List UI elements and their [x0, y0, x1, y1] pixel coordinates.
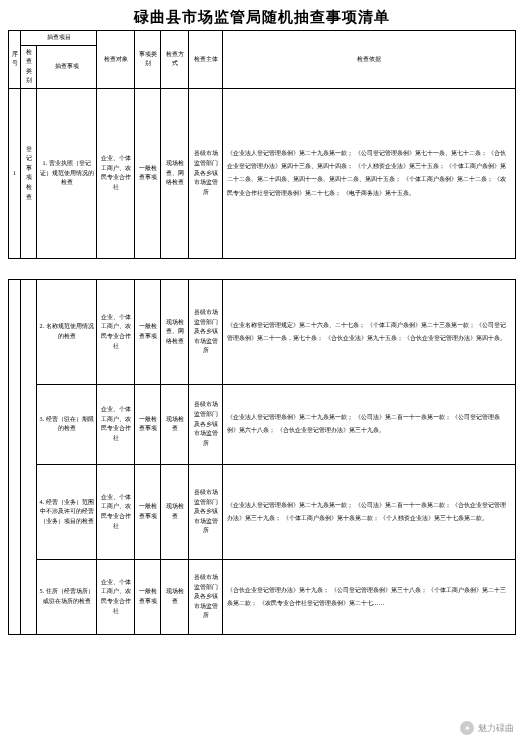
cell-method: 现场检查: [161, 464, 189, 559]
page-title: 碌曲县市场监管局随机抽查事项清单: [0, 0, 524, 30]
cell-item: 2. 名称规范使用情况的检查: [37, 279, 97, 384]
header-type: 事项类别: [135, 31, 161, 89]
cell-type: 一般检查事项: [135, 279, 161, 384]
cell-subject: 县级市场监管部门及各乡镇市场监管所: [189, 384, 223, 464]
cell-object: 企业、个体工商户、农民专业合作社: [97, 88, 135, 258]
cell-item: 5. 住所（经营场所）或驻在场所的检查: [37, 559, 97, 634]
cell-type: 一般检查事项: [135, 384, 161, 464]
cell-basis: 《企业法人登记管理条例》第二十九条第一款； 《公司法》第二百一十一条第一款； 《…: [223, 384, 516, 464]
cell-type: 一般检查事项: [135, 464, 161, 559]
table-row: 1 登记事项检查 1. 营业执照（登记证）规范使用情况的检查 企业、个体工商户、…: [9, 88, 516, 258]
cell-category: 登记事项检查: [21, 88, 37, 258]
cell-basis: 《企业名称登记管理规定》第二十六条、二十七条； 《个体工商户条例》第二十三条第一…: [223, 279, 516, 384]
cell-subject: 县级市场监管部门及各乡镇市场监管所: [189, 88, 223, 258]
footer-text: 魅力碌曲: [478, 722, 514, 735]
cell-subject: 县级市场监管部门及各乡镇市场监管所: [189, 559, 223, 634]
cell-basis: 《合伙企业登记管理办法》第十九条； 《公司登记管理条例》第三十八条； 《个体工商…: [223, 559, 516, 634]
cell-item: 3. 经营（驻在）期限的检查: [37, 384, 97, 464]
cell-type: 一般检查事项: [135, 88, 161, 258]
cell-object: 企业、个体工商户、农民专业合作社: [97, 464, 135, 559]
table-row: 3. 经营（驻在）期限的检查 企业、个体工商户、农民专业合作社 一般检查事项 现…: [9, 384, 516, 464]
header-project-group: 抽查项目: [21, 31, 97, 46]
cell-seq: 1: [9, 88, 21, 258]
cell-object: 企业、个体工商户、农民专业合作社: [97, 559, 135, 634]
cell-object: 企业、个体工商户、农民专业合作社: [97, 384, 135, 464]
cell-subject: 县级市场监管部门及各乡镇市场监管所: [189, 464, 223, 559]
table-row: 2. 名称规范使用情况的检查 企业、个体工商户、农民专业合作社 一般检查事项 现…: [9, 279, 516, 384]
header-basis: 检查依据: [223, 31, 516, 89]
inspection-table-1: 序号 抽查项目 检查对象 事项类别 检查方式 检查主体 检查依据 检 查 类 别…: [8, 30, 516, 259]
cell-type: 一般检查事项: [135, 559, 161, 634]
footer-source: ✦ 魅力碌曲: [460, 721, 514, 735]
document-body: 序号 抽查项目 检查对象 事项类别 检查方式 检查主体 检查依据 检 查 类 别…: [0, 30, 524, 635]
header-subject: 检查主体: [189, 31, 223, 89]
cell-method: 现场检查: [161, 384, 189, 464]
header-object: 检查对象: [97, 31, 135, 89]
header-item: 抽查事项: [37, 45, 97, 88]
cell-method: 现场检查、网络检查: [161, 88, 189, 258]
cell-item: 4. 经营（业务）范围中不涉及许可的经营（业务）项目的检查: [37, 464, 97, 559]
table-row: 5. 住所（经营场所）或驻在场所的检查 企业、个体工商户、农民专业合作社 一般检…: [9, 559, 516, 634]
header-seq: 序号: [9, 31, 21, 89]
cell-method: 现场检查、网络检查: [161, 279, 189, 384]
cell-object: 企业、个体工商户、农民专业合作社: [97, 279, 135, 384]
cell-seq: [9, 279, 21, 634]
wechat-icon: ✦: [460, 721, 474, 735]
cell-basis: 《企业法人登记管理条例》第二十九条第一款； 《公司法》第二百一十一条第二款； 《…: [223, 464, 516, 559]
header-category: 检 查 类 别: [21, 45, 37, 88]
inspection-table-2: 2. 名称规范使用情况的检查 企业、个体工商户、农民专业合作社 一般检查事项 现…: [8, 279, 516, 635]
cell-category: [21, 279, 37, 634]
page-gap: [8, 259, 516, 279]
cell-item: 1. 营业执照（登记证）规范使用情况的检查: [37, 88, 97, 258]
cell-method: 现场检查: [161, 559, 189, 634]
table-row: 4. 经营（业务）范围中不涉及许可的经营（业务）项目的检查 企业、个体工商户、农…: [9, 464, 516, 559]
header-method: 检查方式: [161, 31, 189, 89]
cell-subject: 县级市场监管部门及各乡镇市场监管所: [189, 279, 223, 384]
cell-basis: 《企业法人登记管理条例》第二十九条第一款； 《公司登记管理条例》第七十一条、第七…: [223, 88, 516, 258]
